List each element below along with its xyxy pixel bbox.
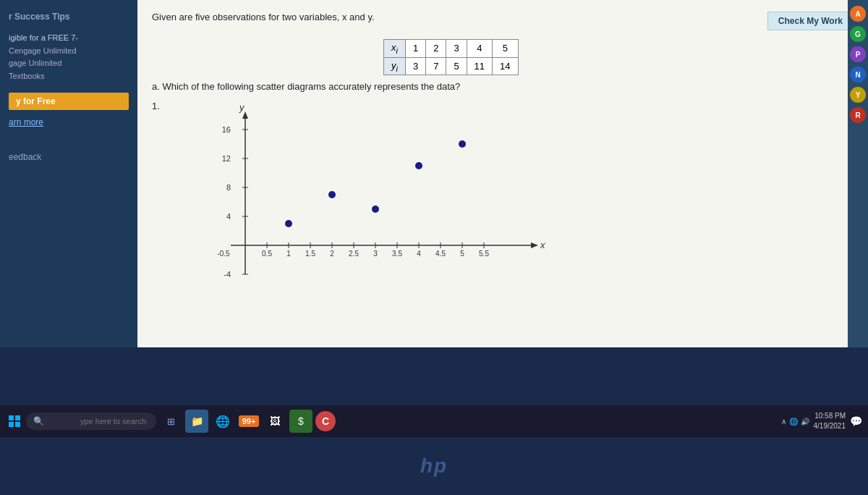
scatter-section: 1. y x xyxy=(152,98,854,303)
sidebar: r Success Tips igible for a FREE 7- Ceng… xyxy=(0,0,137,347)
problem-text: Given are five observations for two vari… xyxy=(152,12,375,22)
notification-icon[interactable]: 💬 xyxy=(850,415,862,427)
try-free-button[interactable]: y for Free xyxy=(9,93,129,110)
y-label-12: 12 xyxy=(222,154,231,163)
x-label-neg05: -0.5 xyxy=(217,250,230,258)
y-label-8: 8 xyxy=(226,183,231,192)
x-label-5: 5 xyxy=(460,250,464,258)
clock-date: 4/19/2021 xyxy=(814,421,846,431)
table-cell: 5 xyxy=(493,40,518,58)
search-icon: 🔍 xyxy=(33,416,44,426)
x-label-3: 3 xyxy=(373,250,378,258)
c-icon[interactable]: C xyxy=(315,411,336,431)
float-icon-5[interactable]: Y xyxy=(850,87,866,103)
table-cell: 2 xyxy=(426,40,446,58)
sidebar-feedback: eedback xyxy=(0,130,137,166)
start-button[interactable] xyxy=(6,412,23,430)
sys-icons: ∧ 🌐 🔊 xyxy=(781,418,809,426)
file-explorer-icon[interactable]: 📁 xyxy=(185,410,208,433)
item-label-1: 1. xyxy=(152,101,160,111)
x-label-1: 1 xyxy=(286,250,291,258)
taskbar-right: ∧ 🌐 🔊 10:58 PM 4/19/2021 💬 xyxy=(781,411,863,431)
check-my-work-button[interactable]: Check My Work xyxy=(767,12,854,30)
promo-gage: gage Unlimited xyxy=(9,57,129,70)
float-icon-3[interactable]: P xyxy=(850,46,866,62)
table-cell: 3 xyxy=(446,40,467,58)
svg-rect-14 xyxy=(15,415,20,420)
time-display: 10:58 PM 4/19/2021 xyxy=(814,411,846,431)
floating-icons: A G P N Y R xyxy=(848,0,868,347)
x-label-35: 3.5 xyxy=(392,250,402,258)
svg-rect-15 xyxy=(9,422,14,427)
table-cell: 3 xyxy=(405,57,425,75)
x-label-45: 4.5 xyxy=(435,250,446,258)
float-icon-6[interactable]: R xyxy=(850,107,866,123)
table-cell: 14 xyxy=(493,57,518,75)
float-icon-1[interactable]: A xyxy=(850,6,866,22)
sidebar-title: r Success Tips xyxy=(0,7,137,26)
content-panel: Given are five observations for two vari… xyxy=(137,0,868,347)
mail-icon[interactable]: 99+ xyxy=(237,410,260,433)
data-point-5 xyxy=(459,140,466,148)
x-label-2: 2 xyxy=(330,250,334,258)
table-cell: 4 xyxy=(467,40,492,58)
svg-rect-13 xyxy=(9,415,14,420)
chevron-icon[interactable]: ∧ xyxy=(781,418,786,426)
browser-icon[interactable]: 🌐 xyxy=(211,410,234,433)
y-label-4: 4 xyxy=(226,212,231,221)
speaker-icon[interactable]: 🔊 xyxy=(801,418,809,426)
promo-highlight: igible for a FREE 7- xyxy=(9,32,129,45)
chart-container: y x 16 12 8 4 -4 xyxy=(187,101,549,303)
search-box[interactable]: 🔍 xyxy=(26,412,156,430)
table-header-y: yi xyxy=(384,57,406,75)
badge-label: 99+ xyxy=(239,415,260,427)
y-label-16: 16 xyxy=(222,125,231,134)
float-icon-2[interactable]: G xyxy=(850,26,866,42)
hp-logo: hp xyxy=(420,454,448,478)
table-cell: 11 xyxy=(467,57,492,75)
laptop-bottom: hp xyxy=(0,437,868,495)
table-cell: 7 xyxy=(426,57,446,75)
question-part-a: a. Which of the following scatter diagra… xyxy=(152,81,854,92)
clock-time: 10:58 PM xyxy=(814,411,846,421)
photos-icon[interactable]: 🖼 xyxy=(263,410,286,433)
learn-more-link[interactable]: arn more xyxy=(0,114,137,130)
promo-textbooks: Textbooks xyxy=(9,70,129,83)
x-label-05: 0.5 xyxy=(262,250,272,258)
float-icon-4[interactable]: N xyxy=(850,67,866,82)
taskbar: 🔍 ⊞ 📁 🌐 99+ 🖼 $ C ∧ 🌐 🔊 10:58 PM 4/19/20… xyxy=(0,405,868,437)
sidebar-promo: igible for a FREE 7- Cengage Unlimited g… xyxy=(0,26,137,88)
svg-rect-16 xyxy=(15,422,20,427)
data-point-4 xyxy=(415,162,422,169)
table-header-x: xi xyxy=(384,40,406,58)
x-label-25: 2.5 xyxy=(349,250,359,258)
data-point-3 xyxy=(372,206,379,213)
taskview-button[interactable]: ⊞ xyxy=(159,410,182,433)
x-label-4: 4 xyxy=(417,250,421,258)
y-label-neg4: -4 xyxy=(224,270,231,279)
data-point-1 xyxy=(285,220,292,227)
content-header: Given are five observations for two vari… xyxy=(152,12,854,30)
scatter-chart: y x 16 12 8 4 -4 xyxy=(187,101,549,303)
network-icon[interactable]: 🌐 xyxy=(789,418,798,426)
dollar-icon[interactable]: $ xyxy=(289,410,312,433)
table-cell: 1 xyxy=(405,40,425,58)
x-label-15: 1.5 xyxy=(305,250,315,258)
x-axis-label: x xyxy=(540,240,545,250)
table-cell: 5 xyxy=(446,57,467,75)
y-axis-label: y xyxy=(239,102,245,113)
x-label-55: 5.5 xyxy=(479,250,489,258)
x-axis-arrow xyxy=(531,242,538,248)
data-table: xi 1 2 3 4 5 yi 3 7 5 11 14 xyxy=(383,39,519,75)
main-area: r Success Tips igible for a FREE 7- Ceng… xyxy=(0,0,868,347)
promo-cengage: Cengage Unlimited xyxy=(9,45,129,58)
data-point-2 xyxy=(328,191,336,198)
